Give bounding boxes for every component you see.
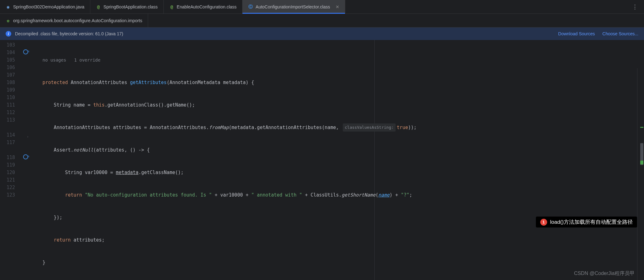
- tab-label: SpringBootApplication.class: [103, 4, 158, 9]
- annotation-callout: 1 load()方法加载所有自动配置全路径: [536, 217, 637, 228]
- close-icon[interactable]: ✕: [336, 4, 339, 9]
- class-file-icon: @: [169, 4, 174, 9]
- callout-badge: 1: [540, 219, 547, 226]
- marker-green: [640, 127, 643, 128]
- tab-class-active[interactable]: Ⓒ AutoConfigurationImportSelector.class …: [242, 0, 345, 13]
- param-hint: classValuesAsString:: [343, 123, 396, 132]
- tab-label: org.springframework.boot.autoconfigure.A…: [13, 18, 142, 23]
- usages-inlay[interactable]: no usages: [42, 56, 66, 64]
- tab-label: EnableAutoConfiguration.class: [177, 4, 237, 9]
- download-sources-link[interactable]: Download Sources: [558, 31, 595, 36]
- override-inlay[interactable]: 1 override: [74, 56, 100, 64]
- code-area[interactable]: no usages 1 override protected Annotatio…: [31, 40, 644, 280]
- tab-imports-file[interactable]: ✿ org.springframework.boot.autoconfigure…: [0, 14, 148, 27]
- spring-file-icon: ✿: [6, 18, 11, 23]
- override-gutter-icon[interactable]: [23, 49, 28, 54]
- marker-green: [640, 161, 643, 164]
- tab-label: AutoConfigurationImportSelector.class: [256, 4, 330, 9]
- watermark: CSDN @CoderJia程序员甲: [574, 270, 635, 277]
- tab-java-file[interactable]: ◉ SpringBoot302DemoApplication.java: [0, 0, 90, 13]
- tab-label: SpringBoot302DemoApplication.java: [13, 4, 84, 9]
- decompiled-banner: i Decompiled .class file, bytecode versi…: [0, 28, 644, 40]
- override-gutter-icon[interactable]: [23, 154, 28, 159]
- tab-class-2[interactable]: @ EnableAutoConfiguration.class: [164, 0, 242, 13]
- class-file-icon: @: [96, 4, 101, 9]
- tab-class-1[interactable]: @ SpringBootApplication.class: [90, 0, 164, 13]
- fold-icon[interactable]: ›: [27, 133, 29, 141]
- callout-text: load()方法加载所有自动配置全路径: [550, 218, 633, 226]
- editor-tabs-row-2: ✿ org.springframework.boot.autoconfigure…: [0, 14, 644, 28]
- gutter: 103104105106107108109110111112113114›117…: [0, 40, 31, 280]
- info-icon: i: [6, 31, 11, 37]
- editor-tabs-row-1: ◉ SpringBoot302DemoApplication.java @ Sp…: [0, 0, 644, 14]
- java-file-icon: ◉: [6, 4, 11, 9]
- code-editor[interactable]: 103104105106107108109110111112113114›117…: [0, 40, 644, 280]
- tab-menu-kebab[interactable]: ⋮: [632, 0, 638, 14]
- editor-scrollbar[interactable]: [637, 68, 644, 280]
- class-file-icon: Ⓒ: [248, 4, 253, 9]
- choose-sources-link[interactable]: Choose Sources...: [602, 31, 638, 36]
- banner-text: Decompiled .class file, bytecode version…: [15, 31, 123, 36]
